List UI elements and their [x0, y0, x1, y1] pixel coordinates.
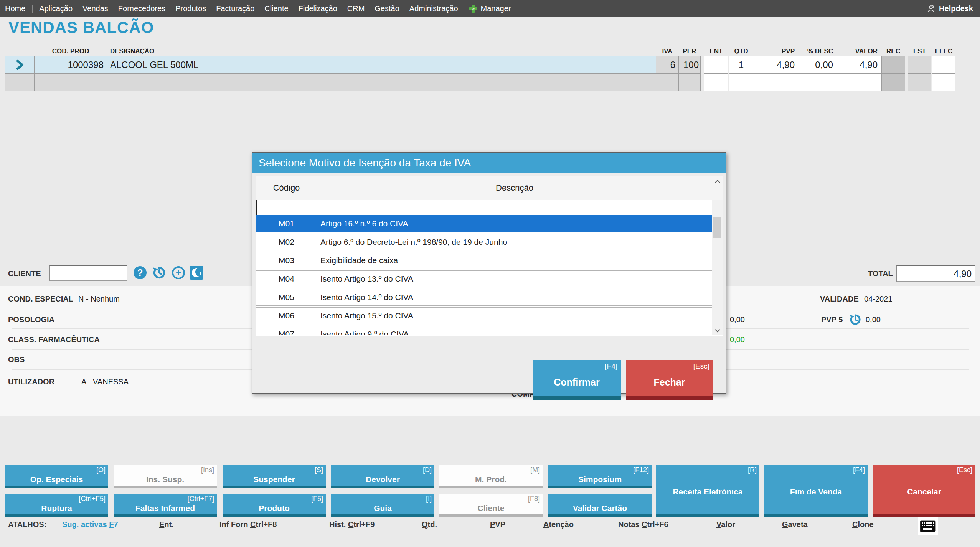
cell-empty[interactable]: [34, 74, 107, 91]
list-item[interactable]: M06 Isento Artigo 15.º do CIVA: [256, 307, 713, 324]
shortcut-inf-forn[interactable]: Inf Forn Ctrl+F8: [219, 520, 277, 529]
shortcut-qtd[interactable]: Qtd.: [422, 520, 437, 529]
menu-fornecedores[interactable]: Fornecedores: [113, 4, 170, 13]
cell-cod-prod[interactable]: 1000398: [34, 56, 107, 74]
shortcut-label: [F4]: [605, 362, 617, 371]
cell-empty[interactable]: [107, 74, 656, 91]
total-input[interactable]: [896, 265, 975, 282]
cell-empty[interactable]: [656, 74, 679, 91]
guia-button[interactable]: [I] Guia: [331, 494, 434, 517]
faltas-infarmed-button[interactable]: [Ctrl+F7] Faltas Infarmed: [114, 494, 217, 517]
cell-desc[interactable]: 0,00: [799, 56, 837, 74]
add-client-icon[interactable]: +: [172, 266, 185, 279]
confirmar-button[interactable]: [F4] Confirmar: [533, 360, 621, 400]
list-item[interactable]: M04 Isento Artigo 13.º do CIVA: [256, 270, 713, 287]
scrollbar-up-button[interactable]: [712, 176, 723, 200]
shortcut-atencao[interactable]: Atenção: [543, 520, 574, 529]
receita-eletronica-button[interactable]: [R] Receita Eletrónica: [656, 465, 759, 517]
scrollbar-down-button[interactable]: [712, 326, 723, 335]
shortcut-gaveta[interactable]: Gaveta: [782, 520, 808, 529]
cell-iva[interactable]: 6: [656, 56, 679, 74]
shortcut-pvp[interactable]: PVP: [490, 520, 505, 529]
cliente-button: [F8] Cliente: [439, 494, 543, 517]
cell-empty[interactable]: [729, 74, 753, 91]
cell-pvp[interactable]: 4,90: [753, 56, 799, 74]
person-icon: [927, 4, 936, 13]
cell-per[interactable]: 100: [678, 56, 701, 74]
fechar-button[interactable]: [Esc] Fechar: [626, 360, 713, 400]
shortcut-notas[interactable]: Notas Ctrl+F6: [618, 520, 668, 529]
history-icon[interactable]: [152, 265, 167, 280]
button-label: Faltas Infarmed: [114, 504, 217, 513]
menu-manager[interactable]: w Manager: [463, 4, 516, 14]
ruptura-button[interactable]: [Ctrl+F5] Ruptura: [5, 494, 108, 517]
cliente-input[interactable]: [49, 265, 127, 281]
menu-gestao[interactable]: Gestão: [370, 4, 404, 13]
col-header-designacao: DESIGNAÇÃO: [107, 47, 656, 56]
helpdesk-button[interactable]: Helpdesk: [927, 4, 980, 13]
cell-empty[interactable]: [932, 74, 955, 91]
cell-empty[interactable]: [753, 74, 799, 91]
item-code: M01: [256, 216, 317, 232]
menu-cliente[interactable]: Cliente: [259, 4, 293, 13]
devolver-button[interactable]: [D] Devolver: [331, 465, 434, 488]
cell-empty[interactable]: [837, 74, 882, 91]
codigo-filter-input[interactable]: [256, 200, 317, 215]
shortcut-ent[interactable]: Ent.: [159, 520, 174, 529]
list-item[interactable]: M03 Exigibilidade de caixa: [256, 252, 713, 269]
menu-administracao[interactable]: Administração: [404, 4, 463, 13]
list-item[interactable]: M05 Isento Artigo 14.º do CIVA: [256, 289, 713, 306]
produto-button[interactable]: [F5] Produto: [223, 494, 326, 517]
virtual-keyboard-button[interactable]: [918, 517, 938, 535]
cell-rec[interactable]: [881, 56, 905, 74]
descricao-filter-input[interactable]: [317, 200, 712, 215]
cancelar-button[interactable]: [Esc] Cancelar: [873, 465, 975, 517]
client-card-icon[interactable]: +: [190, 266, 203, 280]
fechar-button-label: Fechar: [626, 377, 713, 388]
validar-cartao-button[interactable]: Validar Cartão: [548, 494, 652, 517]
menu-aplicacao[interactable]: Aplicação: [34, 4, 78, 13]
list-item[interactable]: M07 Isento Artigo 9.º do CIVA: [256, 326, 713, 335]
suspender-button[interactable]: [S] Suspender: [223, 465, 326, 488]
button-label: Op. Especiais: [5, 475, 108, 484]
cell-empty[interactable]: [881, 74, 905, 91]
fim-de-venda-button[interactable]: [F4] Fim de Venda: [764, 465, 868, 517]
cell-empty[interactable]: [704, 74, 728, 91]
cell-empty[interactable]: [5, 74, 35, 91]
menu-crm[interactable]: CRM: [342, 4, 370, 13]
scrollbar-thumb[interactable]: [713, 217, 721, 238]
cell-empty[interactable]: [908, 74, 931, 91]
menu-produtos[interactable]: Produtos: [170, 4, 211, 13]
sug-activas-link[interactable]: Sug. activas F7: [62, 520, 118, 529]
shortcut-label: [S]: [315, 466, 323, 474]
menu-vendas[interactable]: Vendas: [78, 4, 113, 13]
cell-ent[interactable]: [704, 56, 728, 74]
table-row: [5, 74, 955, 91]
cell-elec[interactable]: [932, 56, 955, 74]
cell-qtd[interactable]: 1: [729, 56, 753, 74]
total-label: TOTAL: [868, 269, 893, 278]
cell-empty[interactable]: [799, 74, 837, 91]
shortcut-hist[interactable]: Hist. Ctrl+F9: [329, 520, 375, 529]
help-icon[interactable]: ?: [134, 266, 147, 279]
item-desc: Exigibilidade de caixa: [317, 252, 713, 269]
cell-valor[interactable]: 4,90: [837, 56, 882, 74]
shortcut-clone[interactable]: Clone: [852, 520, 874, 529]
menu-fidelizacao[interactable]: Fidelização: [294, 4, 342, 13]
pvp5-history-icon[interactable]: [849, 313, 862, 326]
shortcut-valor[interactable]: Valor: [716, 520, 735, 529]
simposium-button[interactable]: [F12] Simposium: [548, 465, 652, 488]
menu-home[interactable]: Home: [0, 4, 30, 13]
list-scrollbar[interactable]: [712, 215, 723, 335]
op-especiais-button[interactable]: [O] Op. Especiais: [5, 465, 108, 488]
exemption-list: M01 Artigo 16.º n.º 6 do CIVA M02 Artigo…: [256, 215, 713, 335]
list-item[interactable]: M01 Artigo 16.º n.º 6 do CIVA: [256, 215, 713, 232]
valor-row2-value: 0,00: [730, 315, 745, 324]
button-label: M. Prod.: [439, 475, 543, 484]
menu-facturacao[interactable]: Facturação: [211, 4, 259, 13]
cell-empty[interactable]: [678, 74, 701, 91]
list-item[interactable]: M02 Artigo 6.º do Decreto-Lei n.º 198/90…: [256, 234, 713, 250]
green-cross-icon: w: [468, 4, 478, 14]
cell-designacao[interactable]: ALCOOL GEL 500ML: [107, 56, 656, 74]
cell-est[interactable]: [908, 56, 931, 74]
